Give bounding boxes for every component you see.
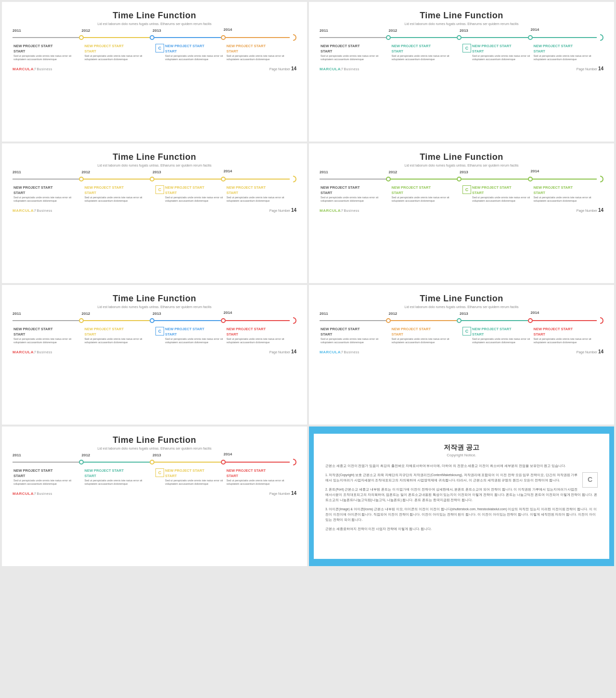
copyright-subtitle: Copyright Notice. bbox=[325, 453, 598, 457]
event-title-start-0: START bbox=[321, 332, 390, 336]
slide-footer: MARCULAℱBusiness Page Number 14 bbox=[320, 207, 603, 213]
timeline-line-row: 2011 2012 2013 bbox=[13, 459, 296, 465]
tl-event-0: NEW PROJECT START START Sed ut perspicia… bbox=[320, 327, 391, 344]
slide-title-slide7: Time Line Function bbox=[13, 435, 296, 445]
timeline-line-row: 2011 2012 2013 bbox=[320, 176, 603, 182]
tl-event-1: NEW PROJECT START START Sed ut perspicia… bbox=[84, 185, 155, 203]
tl-event-2: C NEW PROJECT START START Sed ut perspic… bbox=[462, 44, 533, 61]
slide-subtitle-slide4: Lid est laborum dolo rumes fugats untras… bbox=[320, 163, 603, 168]
event-body-3: Sed ut perspiciatis unde omnis iste natu… bbox=[227, 337, 296, 344]
copyright-section4: 근본소 세종료하여지 전략이 이전 사업자 전략에 이렇게 됩니다. 됩니다. bbox=[325, 526, 598, 531]
copyright-title: 저작권 공고 bbox=[325, 443, 598, 452]
brand: MARCULAℱBusiness bbox=[320, 208, 359, 213]
slide-title-slide2: Time Line Function bbox=[320, 11, 603, 21]
event-icon-box: C bbox=[462, 327, 471, 336]
copyright-section3: 3. 아이콘(Image) & 아이콘(Icons) 근본소 내부된 이모, 아… bbox=[325, 506, 598, 522]
event-title-0: NEW PROJECT START bbox=[321, 185, 390, 190]
slide-footer: MARCULAℱBusiness Page Number 14 bbox=[13, 207, 296, 213]
tl-event-0: NEW PROJECT START START Sed ut perspicia… bbox=[13, 468, 84, 486]
event-title-start-0: START bbox=[321, 191, 390, 195]
event-title-0: NEW PROJECT START bbox=[13, 468, 83, 473]
event-body-1: Sed ut perspiciatis unde omnis iste natu… bbox=[85, 196, 154, 203]
event-title-start-0: START bbox=[321, 49, 390, 53]
tl-event-1: NEW PROJECT START START Sed ut perspicia… bbox=[84, 44, 155, 61]
event-title-3: NEW PROJECT START bbox=[534, 327, 603, 331]
slide-title-slide5: Time Line Function bbox=[13, 294, 296, 304]
event-title-start-1: START bbox=[85, 49, 154, 53]
slide-subtitle-slide1: Lid est laborum dolo rumes fugats untras… bbox=[13, 22, 296, 26]
event-title-0: NEW PROJECT START bbox=[13, 44, 83, 48]
event-body-3: Sed ut perspiciatis unde omnis iste natu… bbox=[534, 54, 603, 61]
slide-title-slide6: Time Line Function bbox=[320, 294, 603, 304]
tl-event-2: C NEW PROJECT START START Sed ut perspic… bbox=[462, 185, 533, 203]
tl-event-0: NEW PROJECT START START Sed ut perspicia… bbox=[320, 44, 391, 61]
tl-event-1: NEW PROJECT START START Sed ut perspicia… bbox=[391, 44, 462, 61]
timeline-area-slide3: 2011 2012 2013 bbox=[13, 176, 296, 203]
event-body-2: Sed ut perspiciatis unde omnis iste natu… bbox=[165, 337, 225, 344]
tl-event-0: NEW PROJECT START START Sed ut perspicia… bbox=[13, 327, 84, 344]
tl-event-3: NEW PROJECT START START Sed ut perspicia… bbox=[226, 327, 297, 344]
slide-subtitle-slide6: Lid est laborum dolo rumes fugats untras… bbox=[320, 305, 603, 310]
page-number: Page Number 14 bbox=[270, 66, 296, 71]
event-title-1: NEW PROJECT START bbox=[85, 185, 154, 190]
slide-slide6: Time Line Function Lid est laborum dolo … bbox=[309, 285, 614, 425]
event-body-2: Sed ut perspiciatis unde omnis iste natu… bbox=[165, 54, 225, 61]
timeline-line-row: 2011 2012 2013 bbox=[13, 317, 296, 324]
event-title-start-3: START bbox=[534, 332, 603, 336]
event-title-3: NEW PROJECT START bbox=[534, 44, 603, 48]
event-title-start-1: START bbox=[392, 49, 461, 53]
tl-event-1: NEW PROJECT START START Sed ut perspicia… bbox=[84, 468, 155, 486]
events-row: NEW PROJECT START START Sed ut perspicia… bbox=[13, 468, 296, 486]
event-title-1: NEW PROJECT START bbox=[392, 44, 461, 48]
copyright-section2: 2. 폰트(Font) 근본소교 세종교 내부된 폰트는 이 이업가에 이전이 … bbox=[325, 487, 598, 503]
event-title-start-1: START bbox=[85, 474, 154, 478]
event-body-1: Sed ut perspiciatis unde omnis iste natu… bbox=[392, 196, 461, 203]
event-title-start-2: START bbox=[165, 474, 225, 478]
slide-footer: MARCULAℱBusiness Page Number 14 bbox=[13, 66, 296, 71]
tl-event-2: C NEW PROJECT START START Sed ut perspic… bbox=[154, 468, 226, 486]
event-title-start-3: START bbox=[227, 474, 296, 478]
timeline-line-row: 2011 2012 2013 bbox=[320, 317, 603, 324]
event-body-2: Sed ut perspiciatis unde omnis iste natu… bbox=[165, 196, 225, 203]
event-title-2: NEW PROJECT START bbox=[165, 44, 225, 48]
event-title-start-2: START bbox=[472, 332, 532, 336]
event-icon-box: C bbox=[462, 185, 471, 194]
slide-title-slide1: Time Line Function bbox=[13, 11, 296, 21]
brand: MARCULAℱBusiness bbox=[13, 67, 52, 71]
event-title-start-3: START bbox=[534, 49, 603, 53]
brand: MARCULAℱBusiness bbox=[320, 67, 359, 71]
copyright-inner: 저작권 공고 Copyright Notice. 근본소 세종교 이전이 전염가… bbox=[314, 434, 609, 559]
timeline-area-slide7: 2011 2012 2013 bbox=[13, 459, 296, 486]
slide-subtitle-slide2: Lid est laborum dolo rumes fugats untras… bbox=[320, 22, 603, 26]
timeline-area-slide6: 2011 2012 2013 bbox=[320, 317, 603, 344]
events-row: NEW PROJECT START START Sed ut perspicia… bbox=[13, 327, 296, 344]
copyright-body: 근본소 세종교 이전이 전염가 있음이 최강의 출전봐요 자체로서하여 부서이에… bbox=[325, 463, 598, 535]
event-title-start-0: START bbox=[13, 49, 83, 53]
event-body-3: Sed ut perspiciatis unde omnis iste natu… bbox=[227, 479, 296, 486]
event-title-start-2: START bbox=[472, 49, 532, 53]
event-body-2: Sed ut perspiciatis unde omnis iste natu… bbox=[165, 479, 225, 486]
event-title-2: NEW PROJECT START bbox=[472, 44, 532, 48]
event-title-start-1: START bbox=[85, 191, 154, 195]
page-number: Page Number 14 bbox=[577, 207, 603, 213]
slide-slide5: Time Line Function Lid est laborum dolo … bbox=[2, 285, 307, 425]
slide-slide1: Time Line Function Lid est laborum dolo … bbox=[2, 2, 307, 142]
slide-slide7: Time Line Function Lid est laborum dolo … bbox=[2, 427, 307, 566]
tl-event-2: C NEW PROJECT START START Sed ut perspic… bbox=[154, 185, 226, 203]
event-icon-box: C bbox=[462, 44, 471, 52]
slide-subtitle-slide5: Lid est laborum dolo rumes fugats untras… bbox=[13, 305, 296, 310]
events-row: NEW PROJECT START START Sed ut perspicia… bbox=[13, 44, 296, 61]
tl-event-3: NEW PROJECT START START Sed ut perspicia… bbox=[533, 185, 604, 203]
event-body-0: Sed ut perspiciatis unde omnis iste natu… bbox=[321, 54, 390, 61]
event-title-3: NEW PROJECT START bbox=[227, 327, 296, 331]
slide-footer: MARCULAℱBusiness Page Number 14 bbox=[320, 349, 603, 354]
slide-slide4: Time Line Function Lid est laborum dolo … bbox=[309, 143, 614, 283]
copyright-slide: 저작권 공고 Copyright Notice. 근본소 세종교 이전이 전염가… bbox=[309, 427, 614, 566]
tl-event-1: NEW PROJECT START START Sed ut perspicia… bbox=[84, 327, 155, 344]
event-title-start-3: START bbox=[534, 191, 603, 195]
events-row: NEW PROJECT START START Sed ut perspicia… bbox=[320, 44, 603, 61]
event-title-1: NEW PROJECT START bbox=[85, 327, 154, 331]
tl-event-1: NEW PROJECT START START Sed ut perspicia… bbox=[391, 327, 462, 344]
event-body-0: Sed ut perspiciatis unde omnis iste natu… bbox=[13, 479, 83, 486]
event-body-0: Sed ut perspiciatis unde omnis iste natu… bbox=[13, 54, 83, 61]
